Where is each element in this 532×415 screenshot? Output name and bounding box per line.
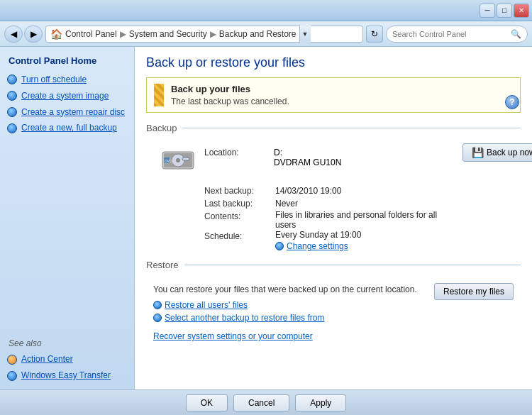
restore-section-line xyxy=(184,265,521,265)
restore-all-users-row: Restore all users' files xyxy=(153,300,417,310)
maximize-button[interactable]: □ xyxy=(497,4,512,18)
warning-text: The last backup was cancelled. xyxy=(171,96,289,106)
recover-system-link[interactable]: Recover system settings or your computer xyxy=(153,331,313,341)
close-button[interactable]: ✕ xyxy=(514,4,529,18)
change-settings-row: Change settings xyxy=(275,241,445,251)
search-input[interactable] xyxy=(392,30,508,38)
backup-now-icon: 💾 xyxy=(472,147,484,158)
sidebar-item-create-repair-disc[interactable]: Create a system repair disc xyxy=(0,104,134,121)
location-value: D: DVDRAM GU10N xyxy=(274,148,341,167)
next-backup-row: Next backup: 14/03/2010 19:00 xyxy=(204,184,445,197)
main-content: Control Panel Home Turn off schedule Cre… xyxy=(0,47,532,389)
schedule-row: Schedule: Every Sunday at 19:00 Change s… xyxy=(204,230,445,251)
globe-icon-4 xyxy=(7,123,17,133)
backup-section-line xyxy=(182,128,521,128)
sidebar-item-action-center[interactable]: Action Center xyxy=(0,351,134,367)
sidebar-item-turn-off-schedule[interactable]: Turn off schedule xyxy=(0,72,134,88)
backup-info-table: Next backup: 14/03/2010 19:00 Last backu… xyxy=(204,184,445,251)
minimize-button[interactable]: ─ xyxy=(480,4,495,18)
svg-text:DVD: DVD xyxy=(165,159,172,163)
schedule-value: Every Sunday at 19:00 Change settings xyxy=(275,230,445,251)
forward-button[interactable]: ▶ xyxy=(24,26,43,43)
svg-rect-4 xyxy=(182,157,189,160)
location-label: Location: xyxy=(204,148,268,167)
next-backup-value: 14/03/2010 19:00 xyxy=(275,184,445,197)
warning-box: Back up your files The last backup was c… xyxy=(146,77,521,113)
globe-icon-3 xyxy=(7,107,17,117)
sidebar-label-full-backup: Create a new, full backup xyxy=(21,122,117,134)
sidebar-label-easy-transfer: Windows Easy Transfer xyxy=(21,370,111,382)
address-bar: ◀ ▶ 🏠 Control Panel ▶ System and Securit… xyxy=(0,21,532,47)
search-box: 🔍 xyxy=(386,26,528,43)
globe-icon-6 xyxy=(7,371,17,381)
breadcrumb-backup-restore: Backup and Restore xyxy=(219,29,297,39)
bottom-bar: OK Cancel Apply xyxy=(0,389,532,415)
restore-section-header: Restore xyxy=(146,260,521,270)
restore-all-users-link[interactable]: Restore all users' files xyxy=(165,300,248,310)
restore-box: You can restore your files that were bac… xyxy=(146,277,521,347)
svg-point-3 xyxy=(176,158,180,162)
breadcrumb-bar: 🏠 Control Panel ▶ System and Security ▶ … xyxy=(45,26,363,43)
sidebar-item-create-full-backup[interactable]: Create a new, full backup xyxy=(0,120,134,136)
change-settings-link[interactable]: Change settings xyxy=(287,241,348,251)
restore-description: You can restore your files that were bac… xyxy=(153,283,417,296)
help-button[interactable]: ? xyxy=(505,95,519,109)
globe-icon-2 xyxy=(7,91,17,101)
location-row: DVD Location: D: DVDRAM GU10N xyxy=(160,140,341,176)
backup-section-header: Backup xyxy=(146,123,521,133)
last-backup-row: Last backup: Never xyxy=(204,197,445,210)
recover-row: Recover system settings or your computer xyxy=(153,331,514,341)
warning-title: Back up your files xyxy=(171,84,289,94)
breadcrumb-control-panel[interactable]: Control Panel xyxy=(65,29,117,39)
breadcrumb-sep-1: ▶ xyxy=(120,29,126,39)
sidebar-home-label[interactable]: Control Panel Home xyxy=(0,52,134,72)
apply-button[interactable]: Apply xyxy=(295,394,346,411)
last-backup-value: Never xyxy=(275,197,445,210)
last-backup-label: Last backup: xyxy=(204,197,275,210)
select-backup-link[interactable]: Select another backup to restore files f… xyxy=(165,313,324,323)
breadcrumb-system-security[interactable]: System and Security xyxy=(129,29,207,39)
warning-stripe xyxy=(154,84,164,106)
globe-icon-1 xyxy=(7,74,17,84)
dvd-drive-icon: DVD xyxy=(160,140,196,176)
location-with-icon: DVD Location: D: DVDRAM GU10N xyxy=(160,140,341,176)
sidebar-label-system-image: Create a system image xyxy=(21,90,109,102)
breadcrumb-sep-2: ▶ xyxy=(210,29,216,39)
restore-my-files-button[interactable]: Restore my files xyxy=(434,283,514,300)
contents-label: Contents: xyxy=(204,210,275,230)
next-backup-label: Next backup: xyxy=(204,184,275,197)
page-title: Back up or restore your files xyxy=(146,55,521,70)
restore-links: Restore all users' files Select another … xyxy=(153,300,417,323)
backup-section-label: Backup xyxy=(146,123,177,133)
title-bar: ─ □ ✕ xyxy=(0,0,532,21)
ok-button[interactable]: OK xyxy=(186,394,228,411)
schedule-label: Schedule: xyxy=(204,230,275,251)
breadcrumb-root-icon: 🏠 xyxy=(50,28,62,40)
warning-content: Back up your files The last backup was c… xyxy=(171,84,289,106)
window-controls: ─ □ ✕ xyxy=(480,4,529,18)
sidebar-item-windows-easy-transfer[interactable]: Windows Easy Transfer xyxy=(0,367,134,384)
backup-now-button[interactable]: 💾 Back up now xyxy=(462,143,532,162)
breadcrumb-dropdown[interactable]: ▼ xyxy=(299,26,311,43)
restore-row: You can restore your files that were bac… xyxy=(153,283,514,326)
sidebar: Control Panel Home Turn off schedule Cre… xyxy=(0,47,135,389)
globe-icon-5 xyxy=(7,355,17,365)
select-backup-row: Select another backup to restore files f… xyxy=(153,313,417,323)
refresh-button[interactable]: ↻ xyxy=(366,26,383,43)
restore-section-label: Restore xyxy=(146,260,179,270)
contents-value: Files in libraries and personal folders … xyxy=(275,210,445,230)
sidebar-label-turn-off: Turn off schedule xyxy=(21,74,87,86)
nav-buttons: ◀ ▶ xyxy=(4,26,43,43)
see-also-label: See also xyxy=(0,333,134,351)
sidebar-label-repair-disc: Create a system repair disc xyxy=(21,106,125,118)
restore-all-icon xyxy=(153,301,162,309)
sidebar-item-create-system-image[interactable]: Create a system image xyxy=(0,88,134,104)
sidebar-label-action-center: Action Center xyxy=(21,353,73,365)
change-settings-icon xyxy=(275,242,284,250)
content-area: ? Back up or restore your files Back up … xyxy=(135,47,532,389)
cancel-button[interactable]: Cancel xyxy=(233,394,289,411)
back-button[interactable]: ◀ xyxy=(4,26,23,43)
backup-now-container: 💾 Back up now xyxy=(462,140,532,162)
search-icon: 🔍 xyxy=(511,29,521,39)
location-label-row: Location: D: DVDRAM GU10N xyxy=(204,148,341,167)
